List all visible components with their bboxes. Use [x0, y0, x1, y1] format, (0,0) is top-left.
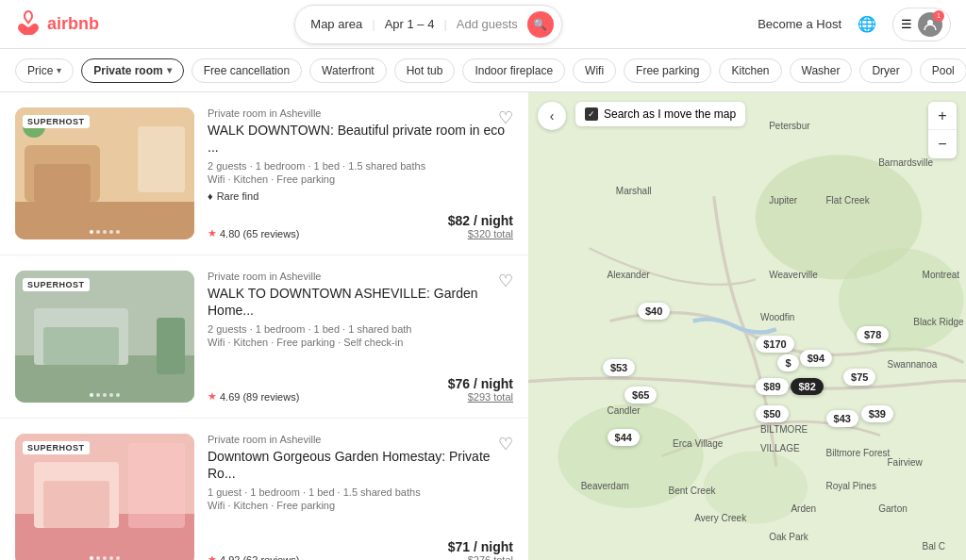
- listing-card[interactable]: SUPERHOST♡Private room in AshevilleWALK …: [0, 255, 528, 419]
- price-pin-0[interactable]: $40: [638, 303, 670, 320]
- price-pin-8[interactable]: $82: [791, 378, 823, 395]
- svg-rect-11: [157, 318, 185, 374]
- become-host-link[interactable]: Become a Host: [758, 17, 841, 31]
- map-label-11: Erca Village: [673, 438, 723, 449]
- heart-icon[interactable]: ♡: [498, 107, 513, 128]
- review-count: (89 reviews): [242, 391, 299, 403]
- price-block: $76 / night$293 total: [448, 376, 513, 403]
- listing-details: 2 guests · 1 bedroom · 1 bed · 1.5 share…: [208, 160, 513, 172]
- listing-amenities: Wifi · Kitchen · Free parking: [208, 500, 513, 511]
- price-pin-3[interactable]: $: [777, 354, 798, 371]
- filter-chip-7[interactable]: Free parking: [624, 58, 711, 83]
- listing-image-wrap: SUPERHOST: [15, 434, 194, 560]
- price-pin-7[interactable]: $89: [756, 378, 788, 395]
- map-label-21: Garton: [878, 503, 908, 514]
- image-dot: [90, 393, 93, 397]
- search-bar[interactable]: Map area | Apr 1 – 4 | Add guests 🔍: [294, 5, 562, 44]
- svg-rect-3: [138, 126, 185, 192]
- logo[interactable]: airbnb: [15, 8, 99, 41]
- map-back-button[interactable]: ‹: [538, 102, 566, 130]
- checkbox-icon: ✓: [585, 107, 598, 121]
- price-per-night: $82 / night: [448, 213, 513, 228]
- heart-icon[interactable]: ♡: [498, 434, 513, 454]
- hamburger-icon: ☰: [901, 17, 912, 31]
- image-dot: [109, 393, 113, 397]
- map-label-10: Candler: [608, 405, 641, 416]
- map-search-checkbox[interactable]: ✓ Search as I move the map: [575, 102, 745, 126]
- image-dots: [90, 230, 120, 234]
- map-label-4: Barnardsville: [878, 157, 933, 168]
- filter-chip-10[interactable]: Dryer: [859, 58, 911, 83]
- search-button[interactable]: 🔍: [527, 11, 554, 38]
- listing-card[interactable]: SUPERHOST♡Private room in AshevilleWALK …: [0, 92, 528, 255]
- header: airbnb Map area | Apr 1 – 4 | Add guests…: [0, 0, 966, 49]
- image-dot: [96, 556, 100, 560]
- image-dot: [116, 230, 120, 234]
- filter-chip-3[interactable]: Waterfront: [309, 58, 387, 83]
- chevron-down-icon: ▾: [167, 65, 172, 75]
- price-pin-12[interactable]: $43: [826, 410, 858, 427]
- search-divider2: |: [443, 17, 446, 31]
- filter-chip-6[interactable]: Wifi: [573, 58, 616, 83]
- price-per-night: $71 / night: [448, 539, 513, 554]
- diamond-icon: ♦: [208, 190, 213, 202]
- filter-chip-1[interactable]: Private room ▾: [81, 58, 183, 83]
- map-label-24: Bal C: [923, 541, 945, 552]
- listing-type: Private room in Asheville: [208, 434, 513, 445]
- header-right: Become a Host 🌐 ☰ 1: [758, 8, 951, 41]
- filter-chip-2[interactable]: Free cancellation: [192, 58, 302, 83]
- price-total: $320 total: [448, 228, 513, 239]
- map-controls: ‹: [538, 102, 566, 130]
- listing-details: 2 guests · 1 bedroom · 1 bed · 1 shared …: [208, 323, 513, 335]
- listing-card[interactable]: SUPERHOST♡Private room in AshevilleDownt…: [0, 419, 528, 560]
- user-menu[interactable]: ☰ 1: [892, 8, 951, 41]
- svg-rect-16: [128, 443, 185, 528]
- image-dot: [90, 230, 93, 234]
- svg-rect-15: [43, 481, 109, 528]
- image-dot: [109, 230, 113, 234]
- listing-image-wrap: SUPERHOST: [15, 271, 194, 403]
- superhost-badge: SUPERHOST: [23, 115, 90, 128]
- listing-info: ♡Private room in AshevilleDowntown Gorge…: [208, 434, 513, 560]
- price-pin-4[interactable]: $94: [800, 350, 832, 367]
- price-total: $293 total: [448, 391, 513, 403]
- map-label-12: BILTMORE: [760, 424, 808, 435]
- image-dot: [103, 393, 107, 397]
- filter-chip-4[interactable]: Hot tub: [394, 58, 456, 83]
- price-pin-2[interactable]: $170: [756, 336, 793, 353]
- price-pin-13[interactable]: $39: [861, 405, 893, 422]
- listing-title: WALK DOWNTOWN: Beautiful private room in…: [208, 122, 513, 156]
- price-pin-1[interactable]: $53: [603, 359, 635, 376]
- zoom-in-button[interactable]: +: [928, 102, 957, 130]
- filter-chip-11[interactable]: Pool: [920, 58, 966, 83]
- image-dot: [116, 556, 120, 560]
- filter-chip-8[interactable]: Kitchen: [719, 58, 781, 83]
- price-pin-5[interactable]: $78: [857, 326, 889, 343]
- listing-image-wrap: SUPERHOST: [15, 107, 194, 239]
- map-label-18: Avery Creek: [694, 513, 746, 523]
- main-content: SUPERHOST♡Private room in AshevilleWALK …: [0, 92, 966, 560]
- map-zoom-controls: + −: [928, 102, 957, 158]
- heart-icon[interactable]: ♡: [498, 271, 513, 291]
- map-label-15: Beaverdam: [581, 481, 629, 491]
- price-pin-6[interactable]: $65: [625, 387, 657, 404]
- listing-type: Private room in Asheville: [208, 271, 513, 282]
- filter-chip-9[interactable]: Washer: [790, 58, 853, 83]
- filter-chip-0[interactable]: Price ▾: [15, 58, 74, 83]
- search-guests: Add guests: [457, 17, 518, 31]
- image-dot: [96, 230, 100, 234]
- star-icon: ★: [208, 227, 217, 239]
- price-pin-10[interactable]: $50: [756, 405, 788, 422]
- filter-chip-5[interactable]: Indoor fireplace: [462, 58, 565, 83]
- price-pin-9[interactable]: $75: [843, 369, 875, 386]
- listing-rating: ★ 4.92 (62 reviews): [208, 553, 299, 560]
- review-count: (62 reviews): [242, 554, 299, 561]
- price-total: $276 total: [448, 554, 513, 560]
- map-panel[interactable]: PetersburMarshallJupiterFlat CreekBarnar…: [528, 92, 966, 560]
- globe-icon[interactable]: 🌐: [853, 10, 881, 39]
- map-label-8: Swannanoa: [887, 359, 937, 370]
- zoom-out-button[interactable]: −: [928, 130, 957, 158]
- rare-find-badge: ♦ Rare find: [208, 190, 513, 202]
- map-label-14: Biltmore Forest: [826, 448, 891, 458]
- price-pin-11[interactable]: $44: [608, 429, 640, 446]
